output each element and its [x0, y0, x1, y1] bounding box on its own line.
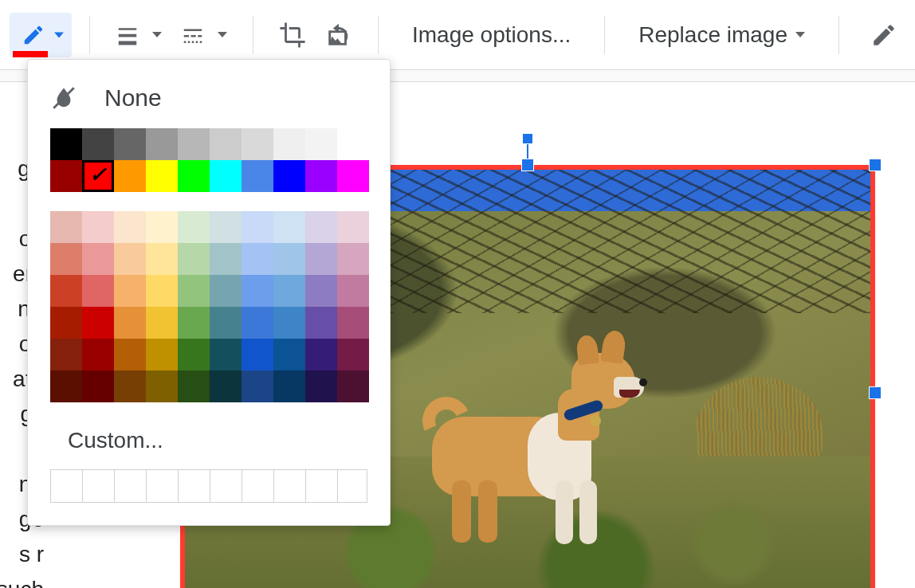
resize-handle-tm[interactable] [521, 159, 534, 171]
color-swatch[interactable] [242, 211, 273, 243]
color-swatch[interactable] [242, 275, 273, 307]
color-swatch[interactable] [82, 160, 114, 192]
color-swatch[interactable] [114, 370, 146, 402]
color-swatch[interactable] [146, 370, 178, 402]
color-swatch[interactable] [82, 128, 114, 160]
reset-image-button[interactable] [317, 13, 360, 57]
color-swatch[interactable] [114, 128, 146, 160]
color-swatch[interactable] [178, 307, 210, 339]
color-swatch[interactable] [50, 370, 82, 402]
color-swatch[interactable] [273, 275, 305, 307]
color-swatch[interactable] [82, 275, 114, 307]
edit-button[interactable] [862, 13, 905, 57]
color-swatch[interactable] [305, 339, 337, 370]
color-swatch[interactable] [50, 339, 82, 370]
color-swatch[interactable] [210, 128, 242, 160]
border-dash-button[interactable] [173, 13, 235, 57]
color-swatch[interactable] [273, 128, 305, 160]
recent-color-slot[interactable] [306, 470, 338, 502]
recent-color-slot[interactable] [274, 470, 306, 502]
resize-handle-tr[interactable] [869, 159, 882, 171]
color-swatch[interactable] [178, 275, 210, 307]
recent-color-slot[interactable] [147, 470, 179, 502]
color-swatch[interactable] [337, 307, 369, 339]
color-swatch[interactable] [273, 211, 305, 243]
color-swatch[interactable] [273, 339, 305, 370]
color-swatch[interactable] [146, 243, 178, 275]
color-swatch[interactable] [50, 211, 82, 243]
color-swatch[interactable] [210, 370, 242, 402]
color-swatch[interactable] [242, 339, 273, 370]
color-swatch[interactable] [337, 243, 369, 275]
recent-color-slot[interactable] [51, 470, 83, 502]
color-swatch[interactable] [242, 160, 273, 192]
color-swatch[interactable] [305, 211, 337, 243]
resize-handle-mr[interactable] [869, 386, 882, 399]
recent-color-slot[interactable] [83, 470, 115, 502]
color-swatch[interactable] [337, 211, 369, 243]
color-swatch[interactable] [337, 128, 369, 160]
color-swatch[interactable] [114, 243, 146, 275]
color-swatch[interactable] [114, 211, 146, 243]
color-swatch[interactable] [305, 160, 337, 192]
color-swatch[interactable] [210, 243, 242, 275]
color-swatch[interactable] [337, 339, 369, 370]
color-none-option[interactable]: None [50, 79, 367, 117]
color-swatch[interactable] [210, 307, 242, 339]
color-swatch[interactable] [305, 275, 337, 307]
color-swatch[interactable] [114, 307, 146, 339]
recent-color-slot[interactable] [242, 470, 274, 502]
replace-image-button[interactable]: Replace image [622, 13, 821, 57]
color-swatch[interactable] [178, 128, 210, 160]
crop-button[interactable] [271, 13, 314, 57]
color-swatch[interactable] [210, 160, 242, 192]
color-swatch[interactable] [178, 243, 210, 275]
color-swatch[interactable] [305, 370, 337, 402]
color-swatch[interactable] [337, 370, 369, 402]
color-swatch[interactable] [178, 211, 210, 243]
color-swatch[interactable] [273, 370, 305, 402]
color-swatch[interactable] [178, 370, 210, 402]
color-swatch[interactable] [114, 275, 146, 307]
color-swatch[interactable] [210, 339, 242, 370]
color-swatch[interactable] [242, 307, 273, 339]
color-swatch[interactable] [82, 243, 114, 275]
recent-color-slot[interactable] [179, 470, 210, 502]
custom-color-option[interactable]: Custom... [50, 423, 367, 465]
image-options-button[interactable]: Image options... [396, 13, 587, 57]
color-swatch[interactable] [273, 160, 305, 192]
color-swatch[interactable] [50, 275, 82, 307]
color-swatch[interactable] [242, 243, 273, 275]
color-swatch[interactable] [305, 243, 337, 275]
rotate-handle[interactable] [522, 133, 533, 144]
color-swatch[interactable] [305, 128, 337, 160]
recent-color-slot[interactable] [338, 470, 370, 502]
color-swatch[interactable] [210, 275, 242, 307]
color-swatch[interactable] [146, 211, 178, 243]
color-swatch[interactable] [273, 307, 305, 339]
color-swatch[interactable] [50, 243, 82, 275]
color-swatch[interactable] [178, 160, 210, 192]
color-swatch[interactable] [114, 339, 146, 370]
color-swatch[interactable] [146, 307, 178, 339]
color-swatch[interactable] [337, 275, 369, 307]
border-weight-button[interactable] [108, 13, 170, 57]
color-swatch[interactable] [82, 370, 114, 402]
border-color-button[interactable] [10, 13, 72, 57]
recent-color-slot[interactable] [115, 470, 147, 502]
color-swatch[interactable] [178, 339, 210, 370]
color-swatch[interactable] [50, 307, 82, 339]
color-swatch[interactable] [242, 370, 273, 402]
color-swatch[interactable] [210, 211, 242, 243]
color-swatch[interactable] [146, 128, 178, 160]
recent-color-slot[interactable] [210, 470, 242, 502]
color-swatch[interactable] [337, 160, 369, 192]
color-swatch[interactable] [50, 160, 82, 192]
color-swatch[interactable] [305, 307, 337, 339]
color-swatch[interactable] [242, 128, 273, 160]
color-swatch[interactable] [273, 243, 305, 275]
color-swatch[interactable] [114, 160, 146, 192]
color-swatch[interactable] [82, 339, 114, 370]
color-swatch[interactable] [146, 339, 178, 370]
color-swatch[interactable] [146, 160, 178, 192]
